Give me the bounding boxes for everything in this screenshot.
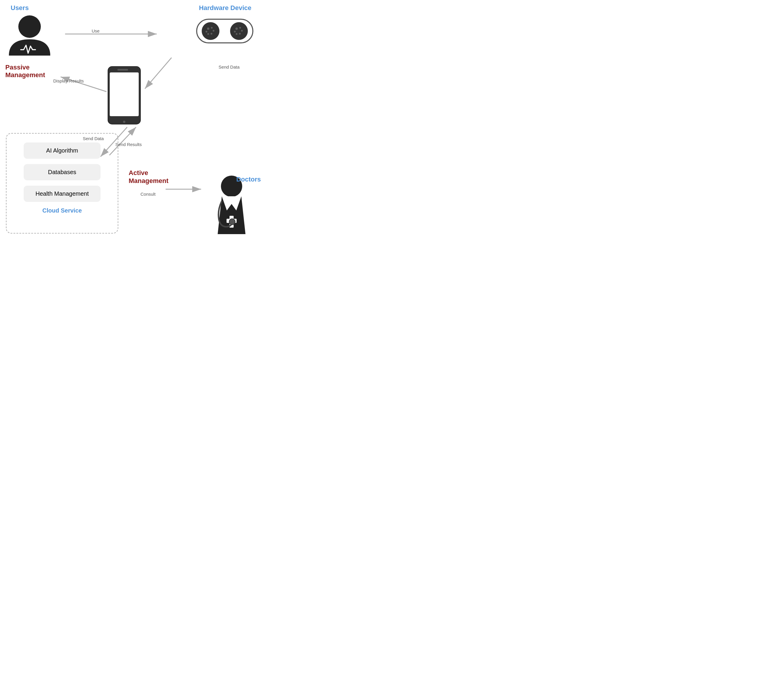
svg-rect-27 — [117, 69, 128, 71]
passive-management-label: Passive Management — [5, 63, 45, 79]
svg-point-23 — [236, 33, 237, 35]
display-results-label: Display Results — [53, 78, 84, 83]
hardware-device-label: Hardware Device — [199, 4, 251, 12]
svg-line-4 — [145, 58, 172, 89]
hardware-device-icon — [195, 18, 254, 44]
svg-point-32 — [229, 219, 235, 225]
svg-point-28 — [123, 120, 125, 123]
user-icon — [6, 11, 53, 60]
svg-point-22 — [239, 33, 241, 34]
diagram: Users Use Hardware Device Passive Manage… — [0, 0, 266, 242]
databases-item: Databases — [24, 164, 101, 180]
svg-point-18 — [230, 22, 248, 40]
use-arrow-label: Use — [92, 28, 100, 33]
svg-point-20 — [239, 27, 241, 29]
active-management-label: ActiveManagement — [128, 169, 168, 185]
svg-point-21 — [241, 30, 243, 32]
send-results-label: Send Results — [115, 142, 142, 147]
svg-point-9 — [18, 15, 41, 38]
cloud-service-box: AI Algorithm Databases Health Management… — [6, 133, 118, 234]
svg-point-15 — [211, 33, 212, 34]
cloud-service-label: Cloud Service — [7, 207, 118, 214]
svg-point-13 — [211, 27, 213, 29]
svg-point-24 — [234, 31, 236, 32]
svg-point-12 — [207, 28, 209, 30]
health-management-item: Health Management — [24, 186, 101, 202]
svg-rect-26 — [110, 72, 139, 116]
svg-point-11 — [202, 22, 220, 40]
svg-point-19 — [236, 28, 238, 30]
send-data-hardware-label: Send Data — [218, 65, 239, 70]
svg-point-17 — [205, 31, 207, 32]
doctors-label: Doctors — [236, 175, 261, 183]
consult-label: Consult — [140, 192, 156, 197]
users-label: Users — [11, 4, 29, 12]
svg-point-16 — [207, 33, 209, 35]
phone-icon — [105, 65, 143, 127]
svg-point-14 — [213, 30, 215, 32]
ai-algorithm-item: AI Algorithm — [24, 143, 101, 159]
